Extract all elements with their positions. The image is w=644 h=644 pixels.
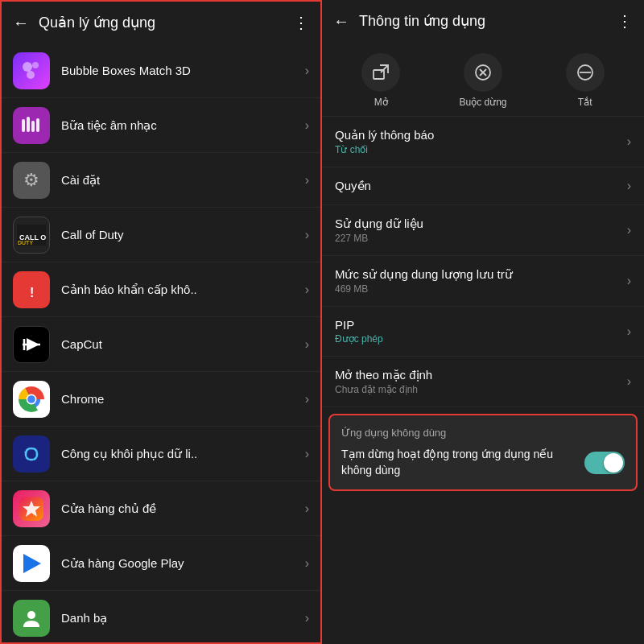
app-name-cod: Call of Duty <box>61 228 305 242</box>
svg-point-27 <box>27 611 35 619</box>
chevron-icon: › <box>305 502 309 516</box>
app-name-themes: Cửa hàng chủ đề <box>61 502 305 516</box>
open-label: Mở <box>374 97 388 108</box>
list-item[interactable]: Chrome › <box>2 372 320 427</box>
svg-rect-20 <box>19 442 43 466</box>
chevron-icon: › <box>305 64 309 78</box>
app-name-music: Bữa tiệc âm nhạc <box>61 118 305 133</box>
unused-desc: Tạm dừng hoạt động trong ứng dụng nếu kh… <box>341 447 575 478</box>
chevron-icon: › <box>305 392 309 407</box>
chevron-icon: › <box>627 324 631 339</box>
unused-apps-section: Ứng dụng không dùng Tạm dừng hoạt động t… <box>328 414 638 491</box>
svg-rect-4 <box>27 117 30 132</box>
pip-row[interactable]: PIP Được phép › <box>322 307 644 357</box>
chevron-icon: › <box>305 173 309 188</box>
chevron-icon: › <box>627 179 631 193</box>
app-list: Bubble Boxes Match 3D › Bữa tiệc âm nhạc… <box>2 43 320 642</box>
right-panel: ← Thông tin ứng dụng ⋮ Mở Bu <box>322 0 644 644</box>
permissions-row[interactable]: Quyền › <box>322 167 644 205</box>
disable-label: Tắt <box>578 97 592 108</box>
open-icon <box>361 53 400 92</box>
force-stop-icon <box>464 53 502 92</box>
chevron-icon: › <box>627 134 631 149</box>
permissions-title: Quyền <box>335 179 627 193</box>
left-back-button[interactable]: ← <box>13 14 29 32</box>
app-icon-settings: ⚙ <box>13 162 50 199</box>
right-back-button[interactable]: ← <box>333 12 349 31</box>
disable-button[interactable]: Tắt <box>534 53 636 108</box>
app-icon-contacts <box>13 600 50 637</box>
list-item[interactable]: Bubble Boxes Match 3D › <box>2 43 320 98</box>
app-icon-capcut <box>13 326 50 363</box>
app-icon-music <box>13 107 50 144</box>
unused-row: Tạm dừng hoạt động trong ứng dụng nếu kh… <box>341 447 625 478</box>
chevron-icon: › <box>627 223 631 237</box>
list-item[interactable]: Cửa hàng chủ đề › <box>2 481 320 536</box>
svg-rect-3 <box>22 119 25 132</box>
chevron-icon: › <box>305 228 309 242</box>
notifications-title: Quản lý thông báo <box>335 128 627 142</box>
chevron-icon: › <box>627 374 631 389</box>
storage-title: Mức sử dụng dung lượng lưu trữ <box>335 267 627 282</box>
svg-point-1 <box>32 62 39 68</box>
right-title: Thông tin ứng dụng <box>359 12 617 30</box>
chevron-icon: › <box>305 556 309 571</box>
disable-icon <box>566 53 605 92</box>
chevron-icon: › <box>305 447 309 461</box>
app-name-capcut: CapCut <box>61 337 305 351</box>
app-name-alert: Cảnh báo khẩn cấp khô.. <box>61 283 305 297</box>
chevron-icon: › <box>305 283 309 297</box>
app-name-bubble: Bubble Boxes Match 3D <box>61 64 305 77</box>
app-icon-bubble <box>13 52 50 89</box>
data-usage-sub: 227 MB <box>335 233 627 244</box>
svg-rect-6 <box>36 118 39 132</box>
action-buttons-row: Mở Buộc dừng Tắt <box>322 42 644 117</box>
svg-text:DUTY: DUTY <box>18 240 33 246</box>
force-stop-label: Buộc dừng <box>459 97 506 108</box>
notifications-sub: Từ chối <box>335 144 627 155</box>
app-icon-cod: CALL OF DUTY <box>13 217 50 254</box>
list-item[interactable]: CapCut › <box>2 317 320 372</box>
storage-sub: 469 MB <box>335 283 627 295</box>
list-item[interactable]: CALL OF DUTY Call of Duty › <box>2 208 320 262</box>
pip-sub: Được phép <box>335 333 627 345</box>
app-icon-chrome <box>13 381 50 418</box>
left-header: ← Quản lý ứng dụng ⋮ <box>2 2 320 43</box>
force-stop-button[interactable]: Buộc dừng <box>432 53 535 108</box>
right-more-button[interactable]: ⋮ <box>617 11 633 31</box>
list-item[interactable]: ⚙ Cài đặt › <box>2 153 320 208</box>
open-default-row[interactable]: Mở theo mặc định Chưa đặt mặc định › <box>322 357 644 407</box>
list-item[interactable]: Bữa tiệc âm nhạc › <box>2 98 320 153</box>
open-default-title: Mở theo mặc định <box>335 368 627 382</box>
data-usage-title: Sử dụng dữ liệu <box>335 217 627 231</box>
toggle-knob <box>604 453 623 473</box>
list-item[interactable]: ! Cảnh báo khẩn cấp khô.. › <box>2 262 320 317</box>
open-default-sub: Chưa đặt mặc định <box>335 384 627 395</box>
unused-toggle[interactable] <box>584 452 625 474</box>
app-name-recovery: Công cụ khôi phục dữ li.. <box>61 447 305 461</box>
list-item[interactable]: Công cụ khôi phục dữ li.. › <box>2 427 320 481</box>
chevron-icon: › <box>305 337 309 352</box>
left-more-button[interactable]: ⋮ <box>293 13 309 32</box>
notifications-row[interactable]: Quản lý thông báo Từ chối › <box>322 117 644 167</box>
data-usage-row[interactable]: Sử dụng dữ liệu 227 MB › <box>322 205 644 256</box>
svg-point-0 <box>23 62 32 72</box>
unused-title: Ứng dụng không dùng <box>341 427 625 439</box>
svg-point-2 <box>27 71 35 79</box>
chevron-icon: › <box>305 611 309 625</box>
right-header: ← Thông tin ứng dụng ⋮ <box>322 0 644 42</box>
list-item[interactable]: Cửa hàng Google Play › <box>2 536 320 591</box>
list-item[interactable]: Danh bạ › <box>2 591 320 642</box>
app-icon-themes <box>13 490 50 527</box>
app-icon-recovery <box>13 436 50 473</box>
app-icon-alert: ! <box>13 271 50 308</box>
svg-point-19 <box>27 395 35 403</box>
open-button[interactable]: Mở <box>330 53 432 108</box>
chevron-icon: › <box>305 118 309 133</box>
app-name-contacts: Danh bạ <box>61 611 305 625</box>
app-name-settings: Cài đặt <box>61 173 305 188</box>
app-name-chrome: Chrome <box>61 392 305 406</box>
storage-row[interactable]: Mức sử dụng dung lượng lưu trữ 469 MB › <box>322 256 644 307</box>
pip-title: PIP <box>335 318 627 332</box>
info-section: Quản lý thông báo Từ chối › Quyền › Sử d… <box>322 117 644 644</box>
